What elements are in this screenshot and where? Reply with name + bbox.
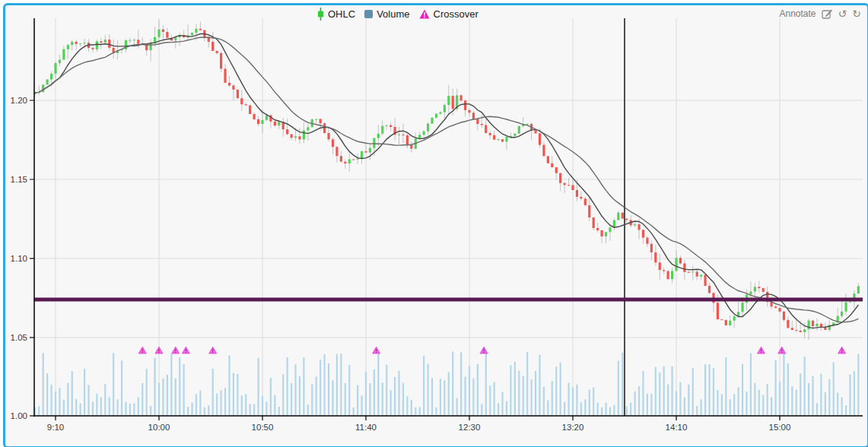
volume-bar xyxy=(523,376,524,415)
volume-bar xyxy=(849,375,851,415)
volume-bar xyxy=(125,402,126,415)
candle-body xyxy=(807,321,809,330)
volume-bar xyxy=(67,383,68,415)
legend-item-crossover[interactable]: Crossover xyxy=(419,8,479,20)
volume-bar xyxy=(262,396,263,415)
volume-bar xyxy=(609,407,611,415)
y-axis-label: 1.20 xyxy=(11,96,27,105)
candle-body xyxy=(671,271,673,279)
volume-bar xyxy=(593,388,594,415)
y-axis-label: 1.15 xyxy=(11,175,27,184)
candle-body xyxy=(588,205,590,217)
candle-body xyxy=(327,133,329,139)
volume-bar xyxy=(572,388,574,415)
candle-body xyxy=(783,312,785,320)
volume-bar xyxy=(55,392,56,415)
volume-bar xyxy=(382,382,383,415)
volume-bar xyxy=(212,369,214,415)
candle-body xyxy=(137,40,139,43)
candle-body xyxy=(849,302,851,303)
volume-bar xyxy=(489,385,491,415)
x-axis-label: 10:00 xyxy=(148,423,170,432)
candle-body xyxy=(749,291,752,294)
candle-body xyxy=(605,232,607,236)
volume-bar xyxy=(597,403,599,415)
volume-bar xyxy=(162,379,164,415)
volume-bar xyxy=(663,366,665,415)
volume-bar xyxy=(564,402,565,415)
candle-body xyxy=(91,48,94,49)
volume-bar xyxy=(390,390,392,415)
volume-bar xyxy=(787,363,789,415)
crossover-marker-glyph: ! xyxy=(212,348,214,353)
volume-bar xyxy=(109,397,110,415)
volume-bar xyxy=(121,360,122,415)
legend-item-volume[interactable]: Volume xyxy=(364,8,409,20)
candle-body xyxy=(526,124,529,125)
candle-body xyxy=(286,129,288,134)
volume-bar xyxy=(324,354,326,415)
candle-body xyxy=(83,43,85,43)
volume-bar xyxy=(228,356,230,415)
candle-body xyxy=(489,133,491,135)
volume-bar xyxy=(767,384,768,415)
volume-bar xyxy=(535,371,536,415)
volume-bar xyxy=(274,395,275,415)
candle-body xyxy=(551,163,553,167)
undo-icon[interactable]: ↺ xyxy=(838,8,847,19)
volume-bar xyxy=(472,379,474,415)
candle-body xyxy=(696,271,698,276)
volume-bar xyxy=(250,404,251,415)
candle-body xyxy=(261,120,263,124)
warning-triangle-icon xyxy=(419,9,430,19)
volume-bar xyxy=(208,405,209,415)
volume-bar xyxy=(113,353,114,415)
volume-bar xyxy=(501,392,503,415)
volume-bar xyxy=(196,394,197,415)
volume-bar xyxy=(804,357,806,415)
volume-bar xyxy=(733,394,735,415)
candle-body xyxy=(717,303,719,319)
volume-bar xyxy=(518,371,520,415)
redo-icon[interactable]: ↻ xyxy=(852,8,861,19)
candle-body xyxy=(361,151,363,158)
volume-bar xyxy=(199,391,201,415)
volume-bar xyxy=(688,385,689,415)
price-chart[interactable]: !!!!!!!!!!1.201.151.101.051.009:1010:001… xyxy=(5,5,863,442)
candle-body xyxy=(369,148,371,153)
volume-bar xyxy=(75,399,77,415)
candle-body xyxy=(452,96,454,109)
candle-body xyxy=(50,74,52,80)
candle-body xyxy=(741,303,743,312)
candle-body xyxy=(307,127,309,130)
volume-bar xyxy=(676,392,677,415)
volume-bar xyxy=(708,364,710,415)
candle-body xyxy=(841,312,843,316)
legend-label-ohlc: OHLC xyxy=(328,8,355,20)
volume-bar xyxy=(167,375,168,415)
volume-bar xyxy=(357,385,358,415)
candle-body xyxy=(278,122,280,125)
candle-body xyxy=(539,133,541,144)
candle-body xyxy=(505,137,507,141)
edit-pencil-icon[interactable] xyxy=(822,8,833,19)
candle-body xyxy=(654,252,657,262)
candle-body xyxy=(637,224,640,230)
candle-body xyxy=(762,288,765,292)
crossover-marker-glyph: ! xyxy=(841,348,842,353)
candle-body xyxy=(708,286,711,293)
candle-body xyxy=(679,258,682,263)
candle-body xyxy=(596,228,599,230)
candle-body xyxy=(778,308,781,312)
candle-body xyxy=(683,263,685,271)
volume-bar xyxy=(841,398,843,415)
candle-body xyxy=(468,110,470,113)
volume-bar xyxy=(233,373,234,415)
candle-body xyxy=(54,63,56,74)
volume-bar xyxy=(435,407,437,415)
legend-item-ohlc[interactable]: OHLC xyxy=(317,8,355,21)
candle-body xyxy=(410,145,412,149)
candle-body xyxy=(157,30,160,37)
volume-bar xyxy=(584,399,586,415)
candle-body xyxy=(476,119,479,124)
